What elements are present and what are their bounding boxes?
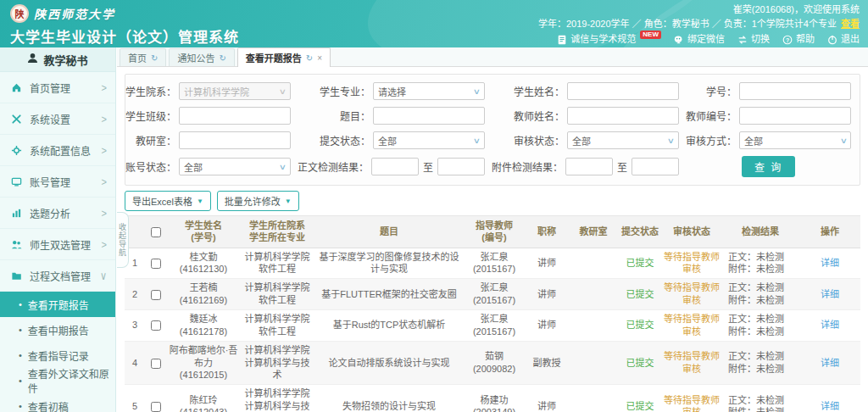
- detail-link[interactable]: 详细: [821, 289, 839, 299]
- header-link-power[interactable]: 退出: [827, 32, 860, 47]
- detail-link[interactable]: 详细: [821, 358, 839, 368]
- sidebar-item[interactable]: 选题分析>: [0, 198, 115, 229]
- user-icon: [27, 53, 38, 66]
- teacher-cell: 张汇泉(2015167): [464, 248, 525, 279]
- select-all-checkbox[interactable]: [151, 227, 161, 237]
- row-checkbox[interactable]: [151, 402, 161, 412]
- column-header: 题目: [314, 216, 464, 248]
- chevron-right-icon: >: [102, 175, 107, 187]
- attach-check-range-to[interactable]: [632, 158, 679, 175]
- student-name-input[interactable]: [567, 82, 679, 100]
- row-checkbox-cell: [145, 279, 167, 310]
- student-major-select[interactable]: 请选择∨: [373, 82, 485, 100]
- chevron-right-icon: >: [102, 81, 107, 93]
- sidebar-item[interactable]: 过程文档管理∨: [0, 260, 115, 292]
- sidebar-subitem[interactable]: •查看中期报告: [0, 317, 115, 342]
- header-link-switch[interactable]: 切换: [737, 32, 770, 47]
- row-checkbox[interactable]: [151, 290, 161, 300]
- column-header: 学生所在院系学生所在专业: [240, 216, 314, 248]
- tab[interactable]: 查看开题报告↻×: [237, 47, 331, 67]
- sidebar-subitem[interactable]: •查看外文译文和原件: [0, 368, 115, 393]
- batch-allow-edit-button[interactable]: 批量允许修改 ▼: [217, 191, 299, 211]
- sidebar-item[interactable]: 系统设置>: [0, 103, 115, 135]
- collapse-nav-tab[interactable]: 收起导航: [117, 212, 129, 268]
- row-checkbox-cell: [145, 385, 167, 412]
- chevron-right-icon: >: [102, 144, 107, 156]
- chevron-down-icon: ∨: [667, 136, 675, 145]
- close-tab-icon[interactable]: ×: [317, 53, 322, 63]
- rank-cell: 讲师: [525, 309, 569, 341]
- detail-link[interactable]: 详细: [821, 258, 839, 268]
- row-checkbox[interactable]: [151, 259, 161, 269]
- bullet-icon: •: [19, 326, 22, 335]
- tab[interactable]: 首页↻: [120, 48, 166, 66]
- account-status-select[interactable]: 全部∨: [179, 158, 291, 175]
- refresh-icon[interactable]: ↻: [151, 53, 158, 63]
- tab[interactable]: 通知公告↻: [169, 48, 234, 66]
- sidebar-item[interactable]: 账号管理>: [0, 166, 115, 198]
- home-icon: [11, 82, 24, 93]
- review-status-cell: 等待指导教师审核: [662, 279, 721, 310]
- office-cell: [569, 248, 618, 279]
- submit-status-select[interactable]: 全部∨: [373, 131, 485, 149]
- student-college-select[interactable]: 计算机科学学院∨: [179, 82, 291, 100]
- row-checkbox-cell: [145, 341, 167, 385]
- submit-status-cell: 已提交: [618, 309, 662, 341]
- refresh-icon[interactable]: ↻: [219, 53, 225, 63]
- title-cell: 论文自动排版系统设计与实现: [314, 341, 464, 385]
- view-majors-link[interactable]: 查看: [841, 19, 860, 29]
- sidebar-item[interactable]: 系统配置信息>: [0, 135, 115, 166]
- title-cell: 失物招领的设计与实现: [314, 385, 464, 412]
- refresh-icon[interactable]: ↻: [306, 53, 313, 63]
- teacher-name-input[interactable]: [567, 107, 679, 125]
- row-checkbox[interactable]: [151, 359, 161, 369]
- column-header: 职称: [525, 216, 569, 248]
- filter-label: 教研室：: [136, 133, 176, 148]
- header-link-document[interactable]: 诚信与学术规范NEW: [557, 32, 661, 47]
- detail-link[interactable]: 详细: [821, 320, 839, 330]
- sidebar-subitem[interactable]: •查看开题报告: [0, 292, 115, 317]
- student-id-input[interactable]: [739, 82, 851, 100]
- sidebar-subitem[interactable]: •查看初稿: [0, 393, 115, 412]
- header-link-wechat[interactable]: 绑定微信: [674, 32, 725, 47]
- filter-label: 附件检测结果：: [492, 159, 563, 174]
- attach-check-range-from[interactable]: [565, 158, 613, 175]
- filter-label: 提交状态：: [320, 133, 370, 148]
- teacher-cell: 杨建功(2003149): [464, 385, 525, 412]
- sidebar-subitem[interactable]: •查看指导记录: [0, 342, 115, 368]
- app-header: 陕 陕西师范大学 大学生毕业设计（论文）管理系统 崔荣(2016068)，欢迎使…: [0, 0, 868, 47]
- submit-status-cell: 已提交: [618, 248, 662, 279]
- sidebar-role-header: 教学秘书: [0, 47, 115, 72]
- review-mode-select[interactable]: 全部∨: [739, 131, 851, 149]
- export-excel-button[interactable]: 导出Excel表格 ▼: [125, 191, 211, 211]
- sidebar-item[interactable]: 首页管理>: [0, 72, 115, 103]
- review-status-select[interactable]: 全部∨: [567, 131, 679, 149]
- row-checkbox[interactable]: [151, 320, 161, 331]
- action-cell: 详细: [799, 385, 860, 412]
- column-header: 检测结果: [721, 216, 799, 248]
- body-check-range-from[interactable]: [371, 158, 419, 175]
- office-cell: [569, 341, 618, 385]
- filter-label: 账号状态：: [125, 159, 176, 174]
- reports-table: 学生姓名(学号)学生所在院系学生所在专业题目指导教师(编号)职称教研室提交状态审…: [125, 215, 860, 412]
- toolbar: 导出Excel表格 ▼ 批量允许修改 ▼: [125, 191, 860, 211]
- search-button[interactable]: 查 询: [742, 156, 795, 177]
- title-cell: 基于深度学习的图像修复技术的设计与实现: [314, 248, 464, 279]
- header-link-help[interactable]: ?帮助: [782, 32, 815, 47]
- table-row: 3魏廷冰(41612178)计算机科学学院软件工程基于Rust的TCP状态机解析…: [125, 309, 860, 341]
- sidebar-item[interactable]: 师生双选管理>: [0, 229, 115, 260]
- student-class-input[interactable]: [179, 107, 291, 125]
- chevron-down-icon: ∨: [839, 136, 847, 145]
- table-body: 1桂文勤(41612130)计算机科学学院软件工程基于深度学习的图像修复技术的设…: [125, 248, 860, 412]
- office-cell: [569, 309, 618, 341]
- teacher-cell: 张汇泉(2015167): [464, 279, 525, 310]
- title-cell: 基于Rust的TCP状态机解析: [314, 309, 464, 341]
- sidebar: 教学秘书 首页管理>系统设置>系统配置信息>账号管理>选题分析>师生双选管理>过…: [0, 47, 116, 412]
- body-check-range-to[interactable]: [437, 158, 485, 175]
- teacher-id-input[interactable]: [739, 107, 851, 125]
- detail-link[interactable]: 详细: [821, 401, 839, 411]
- office-input[interactable]: [179, 131, 291, 149]
- filter-label: 学号：: [706, 84, 737, 98]
- tab-bar: 首页↻通知公告↻查看开题报告↻×: [117, 47, 868, 67]
- title-input[interactable]: [373, 107, 485, 125]
